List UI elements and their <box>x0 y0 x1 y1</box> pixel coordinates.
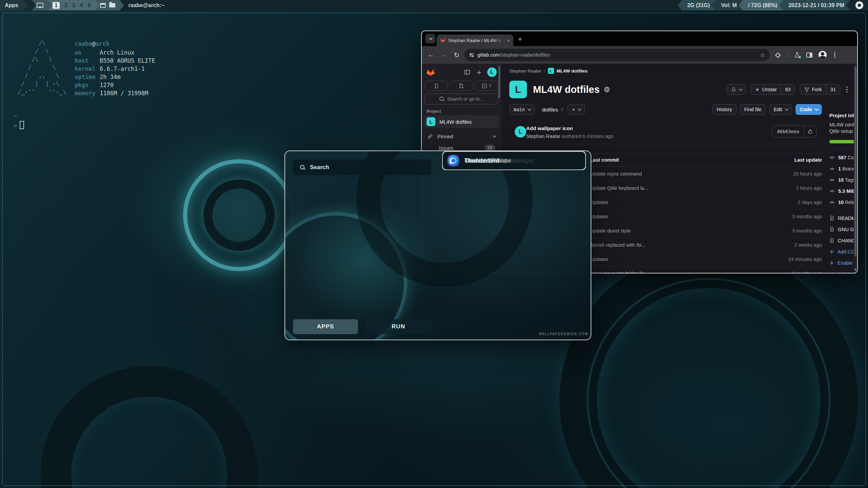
row-commit-message[interactable]: Move issue into folder /lo... <box>590 271 771 273</box>
shutdown-icon[interactable] <box>855 1 863 9</box>
create-new-icon[interactable] <box>476 69 482 75</box>
page-scrollbar[interactable]: ▼ <box>854 64 857 273</box>
terminal-cursor[interactable] <box>20 121 24 129</box>
fetch-row: kernel 6.6.7-arch1-1 <box>75 65 155 73</box>
find-file-button[interactable]: Find file <box>740 104 766 115</box>
collapse-sidebar-icon[interactable] <box>464 69 470 76</box>
launcher-item-thunderbird[interactable]: Thunderbird <box>442 151 586 170</box>
terminal-launcher-icon[interactable] <box>100 3 106 8</box>
search-placeholder: Search or go to... <box>447 96 484 102</box>
branch-selector[interactable]: main <box>509 104 535 115</box>
launcher-tab-apps[interactable]: APPS <box>293 319 358 334</box>
plus-icon <box>829 261 834 265</box>
row-commit-message[interactable]: Updates <box>590 257 771 262</box>
user-avatar[interactable]: L <box>487 67 497 77</box>
disk-indicator[interactable]: / 72G (88%) <box>738 0 783 11</box>
tab-search-button[interactable] <box>425 34 435 43</box>
star-split-button[interactable]: ★Unstar 83 <box>751 84 795 95</box>
network-indicator[interactable]: 2G (31G) <box>678 0 716 11</box>
row-commit-message[interactable]: Updates <box>590 214 771 219</box>
breadcrumb-project[interactable]: ML4W dotfiles <box>557 68 588 74</box>
todo-shortcut-button[interactable]: 7 <box>475 81 498 91</box>
merge-requests-shortcut-button[interactable] <box>450 81 473 91</box>
top-bar: Apps 1 2 3 4 5 <box>0 0 868 11</box>
row-commit-message[interactable]: /bin/sh replaced with /bi... <box>590 242 771 248</box>
history-button[interactable]: History <box>712 104 736 115</box>
thunderbird-icon <box>448 155 459 166</box>
fetch-user-host: raabe@arch <box>75 40 109 47</box>
sidebar-item-project[interactable]: L ML4W dotfiles <box>424 115 499 128</box>
chevron-down-icon <box>527 107 531 111</box>
back-icon[interactable]: ← <box>425 51 437 59</box>
forward-icon[interactable]: → <box>437 51 450 59</box>
code-button[interactable]: Code <box>795 104 822 115</box>
workspace-2[interactable]: 2 <box>64 2 67 8</box>
prompt-symbol: > <box>14 122 17 129</box>
breadcrumb-owner[interactable]: Stephan Raabe <box>509 68 541 74</box>
arch-ascii-logo: /\ / \ /\ \ / \ / ,, \ / | | -\ /_-'' ''… <box>18 39 66 96</box>
row-commit-message[interactable]: Update dunst style <box>590 228 771 233</box>
copy-sha-button[interactable] <box>804 126 816 137</box>
star-count[interactable]: 83 <box>781 84 795 95</box>
browser-toolbar: ← → ↻ gitlab.com/stephan-raabe/dotfiles … <box>422 46 857 64</box>
scrollbar-thumb[interactable] <box>854 66 856 256</box>
row-commit-message[interactable]: Update Qtile keyboard la... <box>590 185 771 191</box>
sidebar-item-pinned[interactable]: Pinned <box>424 131 499 142</box>
gitlab-logo[interactable] <box>426 67 435 77</box>
experiments-beaker-icon[interactable] <box>794 52 800 58</box>
bell-icon <box>731 87 736 92</box>
bookmark-star-icon[interactable]: ☆ <box>760 52 765 58</box>
workspace-4[interactable]: 4 <box>80 2 83 8</box>
project-menu-icon[interactable] <box>845 85 849 94</box>
profile-avatar[interactable] <box>818 51 827 59</box>
todo-check-icon <box>482 83 487 88</box>
doc-icon <box>829 238 834 243</box>
volume-indicator[interactable]: Vol: M <box>711 0 743 11</box>
sidebar-scrollbar[interactable] <box>498 66 500 98</box>
reload-icon[interactable]: ↻ <box>450 51 463 59</box>
gitlab-search-input[interactable]: Search or go to... <box>425 94 498 104</box>
add-file-button[interactable]: + <box>568 104 585 115</box>
public-globe-icon <box>604 86 610 93</box>
repo-path[interactable]: dotfiles <box>542 107 558 113</box>
storage-icon <box>829 188 835 194</box>
fork-button[interactable]: Fork <box>800 84 826 95</box>
clock[interactable]: 2023-12-21 / 01:39 PM <box>779 0 850 11</box>
last-update-header: Last update <box>771 157 822 163</box>
apps-menu-button[interactable]: Apps <box>0 0 27 11</box>
edit-button[interactable]: Edit <box>769 104 792 115</box>
fetch-row: os Arch Linux <box>75 48 155 57</box>
last-commit-header: Last commit <box>590 157 771 163</box>
pinned-label: Pinned <box>437 134 453 139</box>
row-commit-message[interactable]: Update rsync command <box>590 171 771 177</box>
extensions-icon[interactable] <box>775 52 782 58</box>
site-info-icon[interactable] <box>469 53 474 57</box>
row-last-update: 3 months ago <box>771 271 822 273</box>
launcher-tab-run[interactable]: RUN <box>366 319 431 334</box>
issues-shortcut-button[interactable] <box>425 81 448 91</box>
browser-tab[interactable]: Stephan Raabe / ML4W d × <box>437 35 513 46</box>
unstar-button[interactable]: ★Unstar <box>751 84 781 95</box>
commit-author-avatar[interactable]: L <box>515 126 526 138</box>
workspace-5[interactable]: 5 <box>88 2 91 8</box>
commit-message[interactable]: Add wallpaper icon <box>526 125 573 131</box>
workspace-3[interactable]: 3 <box>72 2 75 8</box>
fork-icon <box>804 87 809 92</box>
tab-close-icon[interactable]: × <box>507 38 510 43</box>
chevron-down-icon <box>429 36 433 40</box>
commit-author-line: Stephan Raabe authored 6 minutes ago <box>526 134 613 139</box>
new-tab-button[interactable]: + <box>518 36 522 43</box>
browser-menu-icon[interactable] <box>833 52 837 58</box>
row-commit-message[interactable]: Updates <box>590 200 771 205</box>
notifications-button[interactable] <box>727 84 746 95</box>
launcher-search-input[interactable]: Search <box>293 160 431 175</box>
fork-split-button[interactable]: Fork 31 <box>800 84 840 95</box>
chevron-down-icon <box>815 107 818 111</box>
url-bar[interactable]: gitlab.com/stephan-raabe/dotfiles ☆ <box>465 49 770 61</box>
workspace-1[interactable]: 1 <box>53 2 60 9</box>
scrollbar-down-arrow[interactable]: ▼ <box>854 268 857 271</box>
file-manager-icon[interactable] <box>109 3 115 7</box>
fetch-row: pkgs 1270 <box>75 81 155 89</box>
side-panel-icon[interactable] <box>806 53 812 58</box>
fork-count[interactable]: 31 <box>826 84 840 95</box>
